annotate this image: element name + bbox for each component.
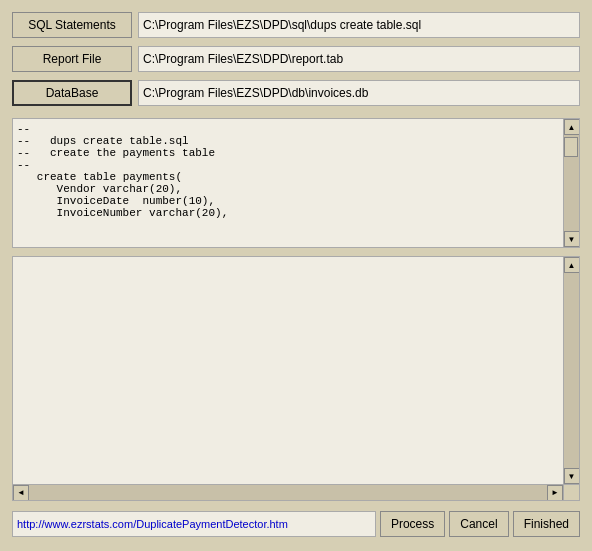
output-scroll-track-h[interactable] — [29, 485, 547, 500]
sql-scrollbar-vertical: ▲ ▼ — [563, 119, 579, 247]
output-scroll-track-v[interactable] — [564, 273, 579, 468]
sql-button[interactable]: SQL Statements — [12, 12, 132, 38]
sql-scroll-up-button[interactable]: ▲ — [564, 119, 580, 135]
report-row: Report File — [12, 46, 580, 72]
scroll-corner — [563, 484, 579, 500]
output-area[interactable] — [13, 257, 563, 484]
sql-scroll-thumb[interactable] — [564, 137, 578, 157]
sql-editor-container: ▲ ▼ — [12, 118, 580, 248]
output-scroll-right-button[interactable]: ► — [547, 485, 563, 501]
database-button[interactable]: DataBase — [12, 80, 132, 106]
cancel-button[interactable]: Cancel — [449, 511, 508, 537]
output-scroll-left-button[interactable]: ◄ — [13, 485, 29, 501]
output-scroll-up-button[interactable]: ▲ — [564, 257, 580, 273]
database-row: DataBase — [12, 80, 580, 106]
sql-scroll-track[interactable] — [564, 135, 579, 231]
output-container: ▲ ▼ ◄ ► — [12, 256, 580, 501]
sql-input[interactable] — [138, 12, 580, 38]
main-container: SQL Statements Report File DataBase ▲ ▼ … — [0, 0, 592, 551]
process-button[interactable]: Process — [380, 511, 445, 537]
report-button[interactable]: Report File — [12, 46, 132, 72]
bottom-bar: Process Cancel Finished — [12, 509, 580, 539]
output-scrollbar-vertical: ▲ ▼ — [563, 257, 579, 484]
database-input[interactable] — [138, 80, 580, 106]
sql-editor[interactable] — [13, 119, 563, 247]
report-input[interactable] — [138, 46, 580, 72]
status-url-input[interactable] — [12, 511, 376, 537]
output-scroll-down-button[interactable]: ▼ — [564, 468, 580, 484]
sql-scroll-down-button[interactable]: ▼ — [564, 231, 580, 247]
finished-button[interactable]: Finished — [513, 511, 580, 537]
sql-row: SQL Statements — [12, 12, 580, 38]
output-scrollbar-horizontal: ◄ ► — [13, 484, 563, 500]
